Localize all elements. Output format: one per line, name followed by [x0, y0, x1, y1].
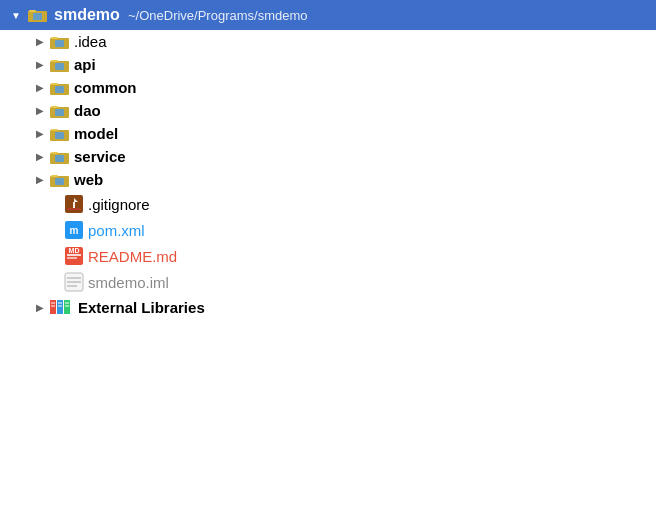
service-label: service [74, 148, 126, 165]
svg-rect-45 [51, 305, 55, 307]
svg-text:MD: MD [69, 247, 80, 254]
svg-rect-27 [73, 202, 75, 208]
pom-label: pom.xml [88, 222, 145, 239]
svg-text:m: m [70, 225, 79, 236]
web-folder-icon [50, 172, 70, 188]
idea-label: .idea [74, 33, 107, 50]
iml-label: smdemo.iml [88, 274, 169, 291]
svg-rect-34 [67, 257, 77, 259]
dao-folder-icon [50, 103, 70, 119]
external-arrow: ▶ [32, 299, 48, 315]
svg-rect-6 [55, 40, 64, 47]
svg-rect-12 [55, 86, 64, 93]
api-folder-icon [50, 57, 70, 73]
svg-rect-18 [55, 132, 64, 139]
root-arrow: ▼ [8, 7, 24, 23]
svg-rect-42 [51, 302, 55, 304]
svg-rect-15 [55, 109, 64, 116]
web-arrow: ▶ [32, 172, 48, 188]
model-arrow: ▶ [32, 126, 48, 142]
gitignore-label: .gitignore [88, 196, 150, 213]
svg-rect-21 [55, 155, 64, 162]
svg-rect-8 [51, 60, 58, 62]
svg-rect-47 [65, 305, 69, 307]
common-label: common [74, 79, 137, 96]
model-folder-icon [50, 126, 70, 142]
svg-rect-20 [51, 152, 58, 154]
root-item[interactable]: ▼ smdemo ~/OneDrive/Programs/smdemo [0, 0, 656, 30]
file-iml[interactable]: smdemo.iml [0, 269, 656, 295]
external-lib-icon [50, 298, 74, 316]
model-label: model [74, 125, 118, 142]
web-label: web [74, 171, 103, 188]
svg-rect-28 [67, 208, 81, 210]
svg-rect-9 [55, 63, 64, 70]
svg-rect-38 [67, 285, 77, 287]
idea-folder-icon [50, 34, 70, 50]
svg-rect-11 [51, 83, 58, 85]
folder-idea[interactable]: ▶ .idea [0, 30, 656, 53]
common-folder-icon [50, 80, 70, 96]
folder-service[interactable]: ▶ service [0, 145, 656, 168]
svg-rect-46 [58, 305, 62, 307]
readme-icon: MD [64, 246, 84, 266]
root-name: smdemo ~/OneDrive/Programs/smdemo [54, 6, 308, 24]
service-arrow: ▶ [32, 149, 48, 165]
folder-api[interactable]: ▶ api [0, 53, 656, 76]
svg-rect-5 [51, 37, 58, 39]
gitignore-icon [64, 194, 84, 214]
dao-arrow: ▶ [32, 103, 48, 119]
api-label: api [74, 56, 96, 73]
root-folder-icon [28, 7, 48, 23]
dao-label: dao [74, 102, 101, 119]
file-gitignore[interactable]: .gitignore [0, 191, 656, 217]
svg-rect-37 [67, 281, 81, 283]
svg-rect-2 [29, 10, 36, 12]
svg-rect-23 [51, 175, 58, 177]
svg-rect-14 [51, 106, 58, 108]
svg-rect-3 [33, 13, 42, 20]
api-arrow: ▶ [32, 57, 48, 73]
svg-rect-43 [58, 302, 62, 304]
pom-icon: m [64, 220, 84, 240]
iml-icon [64, 272, 84, 292]
common-arrow: ▶ [32, 80, 48, 96]
external-libraries[interactable]: ▶ External Libraries [0, 295, 656, 319]
external-label: External Libraries [78, 299, 205, 316]
file-readme[interactable]: MD README.md [0, 243, 656, 269]
service-folder-icon [50, 149, 70, 165]
svg-rect-44 [65, 302, 69, 304]
file-tree: ▼ smdemo ~/OneDrive/Programs/smdemo ▶ .i… [0, 0, 656, 528]
svg-rect-24 [55, 178, 64, 185]
svg-rect-36 [67, 277, 81, 279]
file-pom[interactable]: m pom.xml [0, 217, 656, 243]
folder-model[interactable]: ▶ model [0, 122, 656, 145]
svg-rect-17 [51, 129, 58, 131]
readme-label: README.md [88, 248, 177, 265]
folder-web[interactable]: ▶ web [0, 168, 656, 191]
idea-arrow: ▶ [32, 34, 48, 50]
folder-dao[interactable]: ▶ dao [0, 99, 656, 122]
svg-rect-32 [67, 254, 81, 256]
folder-common[interactable]: ▶ common [0, 76, 656, 99]
